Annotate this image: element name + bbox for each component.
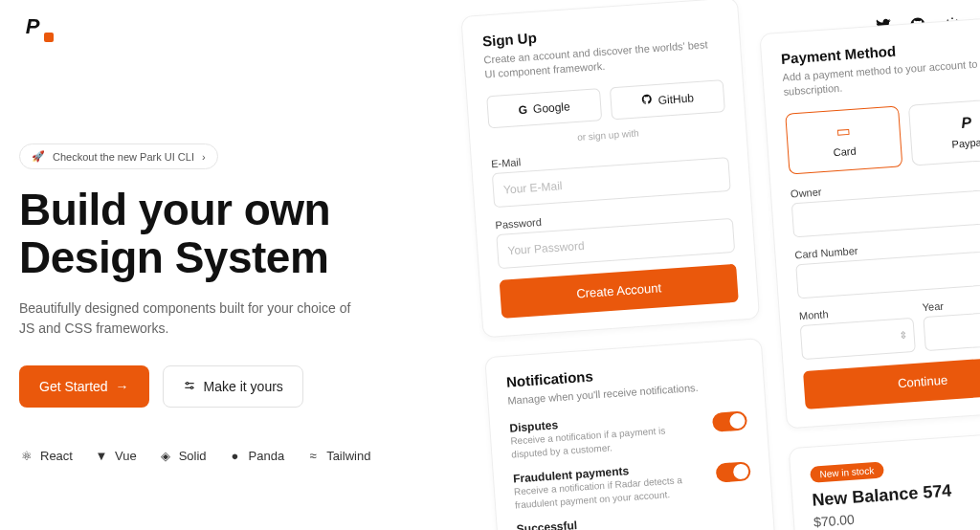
toggle-disputes[interactable]: [712, 411, 747, 432]
notification-row-fraud: Fraudulent payments Receive a notificati…: [513, 455, 752, 511]
chevron-right-icon: ›: [202, 151, 206, 163]
make-it-yours-button[interactable]: Make it yours: [163, 365, 303, 408]
framework-panda: ● Panda: [228, 448, 285, 463]
chevron-updown-icon: ⇳: [899, 330, 907, 342]
payment-option-card-label: Card: [833, 145, 857, 159]
hero-title-line1: Build your own: [19, 185, 330, 234]
oauth-google-label: Google: [533, 99, 571, 116]
notification-title: Successful: [516, 519, 577, 530]
framework-react: ⚛ React: [19, 448, 73, 463]
solid-icon: ◈: [158, 448, 173, 463]
continue-label: Continue: [898, 373, 948, 391]
showcase-column-a: Sign Up Create an account and discover t…: [460, 0, 776, 530]
github-icon: [640, 94, 653, 109]
framework-tailwind: ≈ Tailwind: [305, 448, 370, 463]
framework-vue: ▼ Vue: [94, 448, 137, 463]
panda-icon: ●: [228, 448, 243, 463]
logo-accent: [44, 33, 54, 42]
logo-mark: P: [26, 14, 40, 39]
announcement-text: Checkout the new Park UI CLI: [53, 151, 194, 163]
announcement-pill[interactable]: 🚀 Checkout the new Park UI CLI ›: [19, 144, 218, 169]
signup-card: Sign Up Create an account and discover t…: [460, 0, 760, 338]
product-card: New in stock New Balance 574 $70.00: [789, 429, 980, 530]
payment-option-paypal-label: Paypal: [951, 136, 980, 149]
showcase: Sign Up Create an account and discover t…: [421, 0, 980, 530]
hero-title: Build your own Design System: [19, 187, 402, 281]
make-it-yours-label: Make it yours: [204, 379, 283, 394]
logo[interactable]: P: [19, 13, 46, 40]
continue-button[interactable]: Continue: [803, 355, 980, 409]
get-started-label: Get Started: [39, 379, 108, 394]
hero-title-line2: Design System: [19, 232, 328, 282]
svg-point-11: [186, 382, 188, 384]
payment-option-paypal[interactable]: P Paypal: [908, 97, 980, 166]
tailwind-icon: ≈: [305, 448, 321, 463]
credit-card-icon: ▭: [835, 121, 851, 141]
google-icon: G: [518, 102, 527, 117]
payment-card: Payment Method Add a payment method to y…: [759, 14, 980, 429]
notification-row-disputes: Disputes Receive a notification if a pay…: [509, 406, 748, 461]
framework-list: ⚛ React ▼ Vue ◈ Solid ● Panda ≈ Tailwind: [19, 448, 402, 463]
sliders-icon: [183, 379, 196, 395]
hero: 🚀 Checkout the new Park UI CLI › Build y…: [19, 144, 402, 463]
month-select[interactable]: [800, 318, 916, 360]
notifications-card: Notifications Manage when you'll receive…: [484, 338, 776, 530]
year-label: Year: [922, 294, 980, 313]
create-account-label: Create Account: [576, 281, 662, 301]
notification-row-success: Successful: [516, 506, 753, 530]
get-started-button[interactable]: Get Started →: [19, 365, 149, 408]
svg-point-12: [190, 386, 192, 388]
year-select[interactable]: [923, 309, 980, 351]
oauth-github-button[interactable]: GitHub: [610, 79, 725, 120]
vue-icon: ▼: [94, 448, 109, 463]
hero-actions: Get Started → Make it yours: [19, 365, 402, 408]
showcase-column-b: Payment Method Add a payment method to y…: [759, 14, 980, 530]
framework-solid: ◈ Solid: [158, 448, 207, 463]
oauth-google-button[interactable]: G Google: [486, 88, 602, 128]
stock-badge: New in stock: [810, 461, 884, 482]
react-icon: ⚛: [19, 448, 34, 463]
rocket-icon: 🚀: [32, 150, 45, 163]
paypal-icon: P: [961, 114, 972, 132]
hero-subtitle: Beautifully designed components built fo…: [19, 298, 364, 339]
toggle-fraud[interactable]: [716, 461, 751, 482]
arrow-right-icon: →: [116, 379, 129, 394]
create-account-button[interactable]: Create Account: [500, 264, 739, 319]
payment-option-card[interactable]: ▭ Card: [785, 105, 902, 174]
oauth-github-label: GitHub: [657, 91, 694, 107]
